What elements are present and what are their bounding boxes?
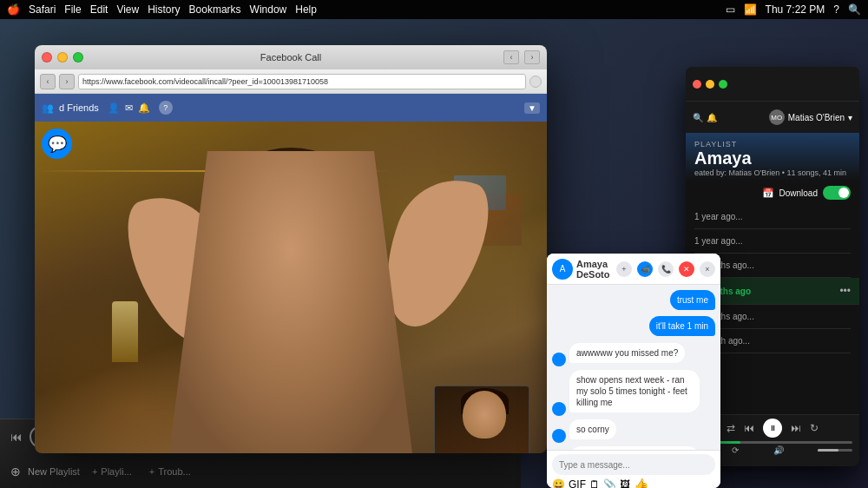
sent-message-row: it'll take 1 min — [552, 316, 715, 340]
close-button[interactable] — [42, 52, 52, 63]
playlist-type: PLAYLIST — [694, 140, 851, 148]
sp-pause-icon: ⏸ — [769, 424, 777, 432]
playlist-item-1[interactable]: + Playli... — [87, 465, 137, 478]
message-bubble: so corny — [569, 419, 616, 439]
emoji-bar: 😀 GIF 🗒 📎 🖼 👍 — [552, 478, 715, 488]
fb-help-icon[interactable]: ? — [159, 101, 173, 115]
url-text: https://www.facebook.com/videocall/incal… — [82, 77, 328, 86]
sp-maximize-btn[interactable] — [719, 80, 727, 89]
sp-volume-bar[interactable] — [818, 449, 852, 452]
playlist-row: ⊕ New Playlist + Playli... + Troub... — [0, 454, 521, 488]
sp-search-icon[interactable]: 🔍 — [693, 113, 703, 122]
battery-icon: ? — [833, 3, 839, 16]
attach-icon[interactable]: 📎 — [603, 478, 616, 488]
message-input[interactable] — [552, 454, 715, 475]
prev-track-btn[interactable]: ⏮ — [10, 430, 23, 444]
clock: Thu 7:22 PM — [766, 3, 825, 16]
prev-button[interactable]: ‹ — [503, 50, 519, 64]
phone-btn[interactable]: 📞 — [658, 261, 674, 277]
sp-devices-icon[interactable]: ⟳ — [732, 445, 739, 455]
menu-edit[interactable]: Edit — [90, 3, 108, 16]
track-time-1: 1 year ago... — [694, 212, 743, 221]
sp-play-btn[interactable]: ⏸ — [763, 419, 782, 438]
refresh-btn[interactable] — [529, 76, 542, 88]
plus-icon-2: + — [149, 466, 155, 477]
menu-history[interactable]: History — [148, 3, 180, 16]
wifi-icon: 📶 — [744, 3, 757, 16]
chevron-down-icon: ▾ — [848, 113, 852, 122]
sp-prev-btn[interactable]: ⏮ — [744, 422, 754, 434]
facebook-call-window: Facebook Call ‹ › ‹ › https://www.facebo… — [35, 45, 547, 453]
sp-repeat-btn[interactable]: ↻ — [810, 422, 819, 434]
back-btn[interactable]: ‹ — [40, 74, 56, 89]
lamp — [112, 301, 138, 362]
contact-avatar: A — [552, 259, 573, 280]
fb-icon-3[interactable]: 🔔 — [138, 102, 150, 114]
thumbnail-face — [463, 391, 506, 439]
contact-small-avatar — [552, 353, 566, 366]
maximize-button[interactable] — [73, 52, 83, 63]
close-chat-btn[interactable]: ✕ — [679, 261, 694, 277]
spotify-titlebar — [686, 67, 859, 102]
emoji-icon[interactable]: 😀 — [552, 478, 565, 488]
chat-body: trust me it'll take 1 min awwwww you mis… — [547, 285, 720, 450]
playlist-label-2: Troub... — [158, 466, 191, 477]
search-icon[interactable]: 🔍 — [848, 3, 861, 16]
sp-shuffle-btn[interactable]: ⇄ — [727, 422, 735, 434]
menu-help[interactable]: Help — [295, 3, 317, 16]
track-item[interactable]: 1 year ago... — [694, 229, 851, 254]
sp-next-btn[interactable]: ⏭ — [791, 422, 801, 434]
add-playlist-icon[interactable]: ⊕ — [10, 465, 21, 478]
message-bubble: it'll take 1 min — [649, 316, 715, 336]
menu-bookmarks[interactable]: Bookmarks — [189, 3, 241, 16]
menu-safari[interactable]: Safari — [29, 3, 56, 16]
minimize-button[interactable] — [57, 52, 68, 63]
spotify-nav: 🔍 🔔 MO Matias O'Brien ▾ — [686, 102, 859, 133]
forward-btn[interactable]: › — [59, 74, 75, 89]
track-more-icon[interactable]: ••• — [839, 285, 851, 297]
plus-icon-1: + — [92, 466, 97, 477]
fb-friends-icon: 👥 — [42, 102, 54, 114]
video-call-btn[interactable]: 📹 — [637, 261, 653, 277]
add-people-btn[interactable]: + — [616, 261, 632, 277]
menu-view[interactable]: View — [116, 3, 139, 16]
fb-toolbar: ‹ › https://www.facebook.com/videocall/i… — [35, 69, 547, 94]
menu-file[interactable]: File — [64, 3, 81, 16]
spotify-window-controls[interactable] — [693, 80, 727, 89]
user-avatar: MO — [769, 109, 785, 125]
playlist-meta: eated by: Matias O'Brien • 11 songs, 41 … — [694, 168, 851, 177]
sticker-icon[interactable]: 🗒 — [589, 478, 600, 488]
url-bar[interactable]: https://www.facebook.com/videocall/incal… — [78, 74, 526, 89]
apple-menu[interactable]: 🍎 — [7, 3, 20, 16]
sp-volume-icon[interactable]: 🔊 — [773, 445, 784, 455]
download-toggle[interactable] — [823, 186, 851, 200]
new-playlist-label[interactable]: New Playlist — [28, 466, 80, 477]
fb-icon-2[interactable]: ✉ — [125, 102, 133, 114]
gif-icon[interactable]: GIF — [569, 478, 586, 488]
sp-volume-fill — [818, 449, 838, 452]
playlist-header: PLAYLIST Amaya eated by: Matias O'Brien … — [686, 133, 859, 181]
download-label: Download — [779, 188, 818, 198]
track-item[interactable]: 1 year ago... — [694, 205, 851, 229]
sp-minimize-btn[interactable] — [706, 80, 714, 89]
playlist-label-1: Playli... — [101, 466, 131, 477]
menubar-left: 🍎 Safari File Edit View History Bookmark… — [7, 3, 317, 16]
window-controls[interactable] — [42, 52, 83, 63]
like-icon[interactable]: 👍 — [634, 478, 648, 488]
sp-bell-icon[interactable]: 🔔 — [707, 113, 717, 122]
playlist-item-2[interactable]: + Troub... — [144, 465, 196, 478]
menubar-right: ▭ 📶 Thu 7:22 PM ? 🔍 — [726, 3, 861, 16]
next-button[interactable]: › — [524, 50, 540, 64]
received-message-row: awwwww you missed me? — [552, 343, 715, 366]
messenger-icon-overlay[interactable]: 💬 — [42, 129, 72, 159]
self-video-thumbnail — [434, 386, 529, 453]
message-bubble: trust me — [670, 290, 715, 310]
messenger-chat-window: A Amaya DeSoto + 📹 📞 ✕ × trust me it'll … — [547, 254, 720, 488]
sp-close-btn[interactable] — [693, 80, 701, 89]
more-btn[interactable]: × — [700, 261, 715, 277]
spotify-user[interactable]: MO Matias O'Brien ▾ — [769, 109, 852, 125]
image-icon[interactable]: 🖼 — [620, 478, 630, 488]
fb-icon-1[interactable]: 👤 — [108, 102, 120, 114]
menu-window[interactable]: Window — [250, 3, 287, 16]
fb-expand-btn[interactable]: ▼ — [524, 102, 540, 114]
